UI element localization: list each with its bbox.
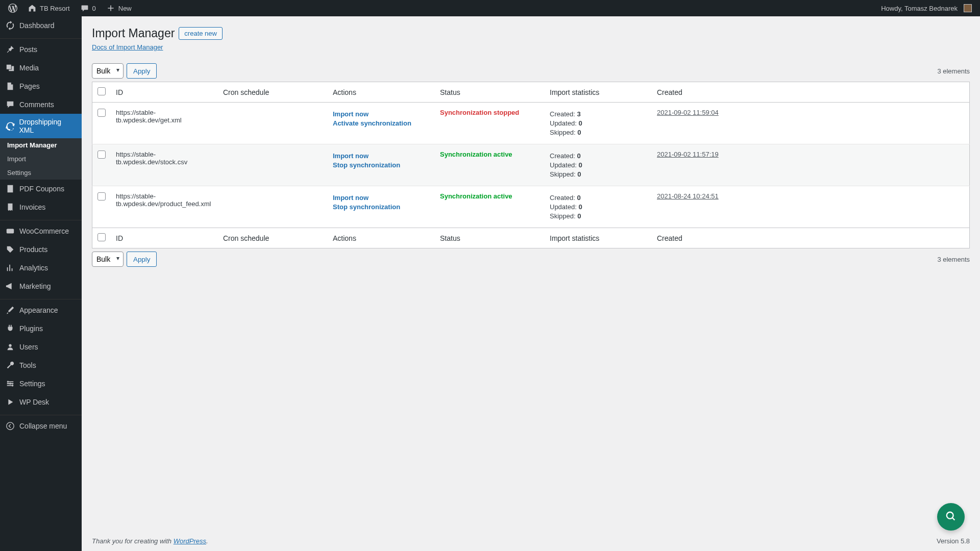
new-label: New — [118, 5, 132, 12]
my-account-link[interactable]: Howdy, Tomasz Bednarek — [877, 0, 976, 16]
comments-link[interactable]: 0 — [76, 0, 100, 16]
site-name-label: TB Resort — [40, 5, 70, 12]
new-content-link[interactable]: New — [102, 0, 136, 16]
avatar-icon — [964, 4, 972, 12]
site-name-link[interactable]: TB Resort — [23, 0, 74, 16]
plus-icon — [106, 4, 115, 13]
comments-count: 0 — [92, 5, 96, 12]
howdy-label: Howdy, Tomasz Bednarek — [881, 5, 958, 12]
wordpress-logo-icon — [8, 4, 17, 13]
wp-logo-menu[interactable] — [4, 0, 21, 16]
admin-bar: TB Resort 0 New Howdy, Tomasz Bednarek — [0, 0, 980, 16]
adminbar-left: TB Resort 0 New — [4, 0, 136, 16]
adminbar-right: Howdy, Tomasz Bednarek — [877, 0, 976, 16]
comments-icon — [80, 4, 89, 13]
home-icon — [28, 4, 37, 13]
